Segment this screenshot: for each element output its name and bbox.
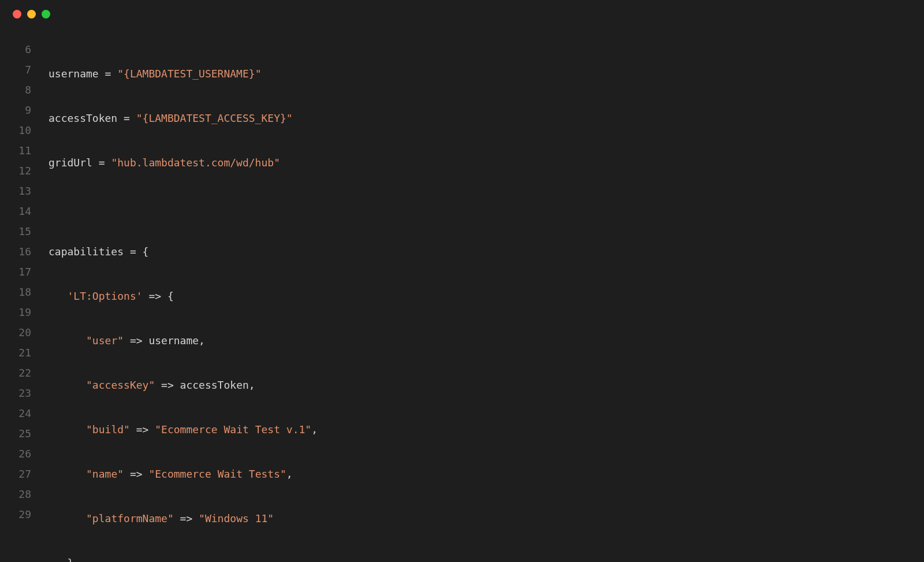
line-number: 6 <box>0 39 31 59</box>
code-content[interactable]: username = "{LAMBDATEST_USERNAME}" acces… <box>35 39 924 562</box>
minimize-icon[interactable] <box>27 10 36 18</box>
line-number-gutter: 6 7 8 9 10 11 12 13 14 15 16 17 18 19 20… <box>0 39 35 562</box>
line-number: 13 <box>0 181 31 201</box>
line-number: 11 <box>0 140 31 161</box>
line-number: 15 <box>0 221 31 241</box>
line-number: 27 <box>0 464 31 484</box>
code-line: accessToken = "{LAMBDATEST_ACCESS_KEY}" <box>49 108 924 128</box>
line-number: 16 <box>0 241 31 262</box>
titlebar <box>0 0 924 28</box>
line-number: 28 <box>0 484 31 504</box>
code-line: "name" => "Ecommerce Wait Tests", <box>49 464 924 484</box>
code-line: 'LT:Options' => { <box>49 286 924 306</box>
line-number: 8 <box>0 80 31 100</box>
line-number: 21 <box>0 343 31 363</box>
code-line: "accessKey" => accessToken, <box>49 375 924 395</box>
code-line: capabilities = { <box>49 241 924 262</box>
line-number: 22 <box>0 363 31 383</box>
line-number: 25 <box>0 423 31 444</box>
editor-window: 6 7 8 9 10 11 12 13 14 15 16 17 18 19 20… <box>0 0 924 562</box>
line-number: 24 <box>0 403 31 423</box>
maximize-icon[interactable] <box>42 10 50 18</box>
code-line: "user" => username, <box>49 330 924 351</box>
line-number: 7 <box>0 59 31 80</box>
code-line: username = "{LAMBDATEST_USERNAME}" <box>49 64 924 84</box>
code-editor[interactable]: 6 7 8 9 10 11 12 13 14 15 16 17 18 19 20… <box>0 28 924 562</box>
line-number: 23 <box>0 383 31 403</box>
line-number: 17 <box>0 262 31 282</box>
line-number: 18 <box>0 282 31 302</box>
close-icon[interactable] <box>13 10 21 18</box>
line-number: 29 <box>0 504 31 524</box>
line-number: 19 <box>0 302 31 322</box>
code-line: }, <box>49 553 924 562</box>
code-line: "platformName" => "Windows 11" <box>49 508 924 528</box>
line-number: 26 <box>0 444 31 464</box>
line-number: 9 <box>0 100 31 120</box>
line-number: 14 <box>0 201 31 221</box>
line-number: 20 <box>0 322 31 343</box>
code-line: gridUrl = "hub.lambdatest.com/wd/hub" <box>49 152 924 173</box>
code-line <box>49 197 924 217</box>
line-number: 10 <box>0 120 31 140</box>
code-line: "build" => "Ecommerce Wait Test v.1", <box>49 419 924 440</box>
line-number: 12 <box>0 161 31 181</box>
